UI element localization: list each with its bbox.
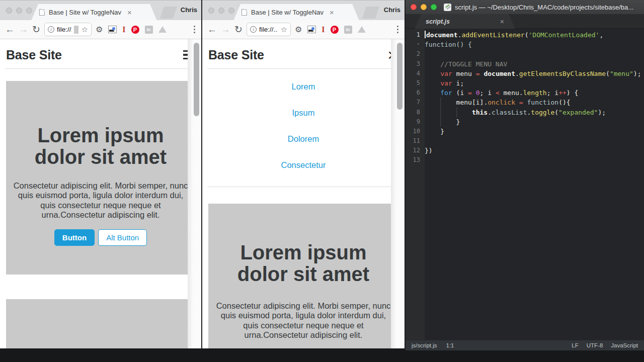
new-tab-button[interactable]: [362, 7, 379, 19]
browser-menu-icon[interactable]: [396, 25, 400, 35]
line-number[interactable]: 5: [406, 78, 425, 88]
address-bar[interactable]: i file:///U ☆: [44, 23, 92, 36]
ext-ibeam-icon[interactable]: I: [122, 25, 125, 34]
code-text: [425, 136, 644, 146]
divider: [5, 68, 196, 69]
zoom-window-button[interactable]: [26, 8, 32, 14]
page-header: Base Site ×: [202, 39, 405, 68]
status-file-path: js/script.js: [412, 342, 437, 348]
back-icon[interactable]: ←: [207, 25, 217, 34]
bookmark-star-icon[interactable]: ☆: [280, 25, 287, 34]
tab-close-icon[interactable]: ×: [127, 9, 132, 16]
extensions: ⚙IPIn: [96, 25, 167, 34]
scrollbar-track[interactable]: [391, 39, 405, 348]
hero-section: Lorem ipsumdolor sit amet Consectetur ad…: [6, 81, 195, 275]
line-number[interactable]: 12: [406, 146, 425, 155]
editor-tab-label: script.js: [426, 18, 450, 25]
hero-section: Lorem ipsumdolor sit amet Consectetur ad…: [208, 204, 398, 348]
minimize-window-button[interactable]: [421, 4, 427, 10]
status-item[interactable]: UTF-8: [587, 342, 603, 348]
browser-toolbar: ← → ↻ i file://... ☆ ⚙IPIn: [202, 20, 405, 39]
page-info-icon[interactable]: i: [250, 26, 257, 33]
ext-ibeam-icon[interactable]: I: [321, 25, 325, 34]
browser-tab[interactable]: Base | Site w/ ToggleNav ×: [233, 4, 359, 21]
scrollbar-track[interactable]: [188, 39, 201, 348]
browser-menu-icon[interactable]: [193, 25, 197, 35]
code-text: function() {: [425, 40, 644, 49]
nav-link-lorem[interactable]: Lorem: [202, 82, 405, 92]
line-number[interactable]: 13: [406, 155, 425, 165]
minimize-window-button[interactable]: [218, 8, 224, 14]
code-line: 7menu[i].onclick = function(){: [406, 98, 644, 107]
code-line: 6for (i = 0; i < menu.length; i++) {: [406, 88, 644, 98]
back-icon[interactable]: ←: [5, 25, 15, 34]
line-number[interactable]: 7: [406, 98, 425, 107]
new-tab-button[interactable]: [160, 7, 177, 19]
minimize-window-button[interactable]: [16, 8, 22, 14]
ext-drive-icon[interactable]: [358, 26, 366, 33]
ext-linkedin-icon[interactable]: In: [145, 26, 153, 34]
editor-window-title: script.js — ~/Desktop/Chris_MAC/code/pro…: [455, 4, 633, 11]
bookmark-star-icon[interactable]: ☆: [81, 25, 88, 34]
line-number[interactable]: 6: [406, 88, 425, 98]
ext-screenshot-icon[interactable]: [307, 26, 316, 33]
code-text: [425, 155, 644, 165]
reload-icon[interactable]: ↻: [32, 25, 40, 34]
ext-pinterest-icon[interactable]: P: [131, 26, 139, 34]
code-text: for (i = 0; i < menu.length; i++) {: [425, 88, 644, 98]
line-number[interactable]: 9: [406, 117, 425, 127]
wrap-indicator[interactable]: •: [406, 40, 425, 49]
page-icon: [39, 9, 45, 16]
status-item[interactable]: JavaScript: [611, 342, 638, 348]
line-number[interactable]: 8: [406, 108, 425, 117]
nav-link-dolorem[interactable]: Dolorem: [202, 134, 405, 144]
code-line: 11: [406, 136, 644, 146]
code-line: 3//TOGGLE MENU NAV: [406, 59, 644, 69]
line-number[interactable]: 4: [406, 69, 425, 78]
line-number[interactable]: 3: [406, 59, 425, 69]
reload-icon[interactable]: ↻: [234, 25, 243, 34]
status-item[interactable]: LF: [572, 342, 578, 348]
primary-button[interactable]: Button: [54, 229, 95, 246]
window-controls: [208, 8, 234, 14]
close-window-button[interactable]: [6, 8, 12, 14]
code-line: 10}: [406, 127, 644, 136]
file-proxy-icon: [444, 4, 451, 11]
code-area[interactable]: 1document.addEventListener('DOMContentLo…: [406, 29, 644, 340]
ext-pinterest-icon[interactable]: P: [331, 26, 339, 34]
page-content: Base Site × LoremIpsumDoloremConsectetur…: [202, 39, 405, 348]
nav-link-ipsum[interactable]: Ipsum: [202, 108, 405, 118]
code-text: }: [425, 117, 644, 127]
line-number[interactable]: 1: [406, 30, 425, 40]
nav-link-consectetur[interactable]: Consectetur: [202, 160, 405, 170]
tab-close-icon[interactable]: ×: [330, 9, 334, 16]
alt-button[interactable]: Alt Button: [98, 229, 147, 246]
browser-tab[interactable]: Base | Site w/ ToggleNav ×: [31, 4, 157, 21]
close-window-button[interactable]: [208, 8, 214, 14]
scrollbar-thumb[interactable]: [194, 43, 199, 116]
editor-tab-close-icon[interactable]: ×: [500, 18, 504, 25]
code-text: var i;: [425, 78, 644, 88]
editor-tab[interactable]: script.js ×: [415, 14, 515, 29]
ext-drive-icon[interactable]: [158, 26, 167, 33]
editor-tab-bar: script.js ×: [406, 14, 644, 29]
ext-gear-icon[interactable]: ⚙: [295, 25, 302, 34]
line-number[interactable]: 11: [406, 136, 425, 146]
page-icon: [242, 9, 247, 16]
profile-name[interactable]: Chris: [181, 6, 197, 14]
zoom-window-button[interactable]: [431, 4, 437, 10]
close-window-button[interactable]: [411, 4, 417, 10]
browser-window-middle: Base | Site w/ ToggleNav × Chris ← → ↻ i…: [202, 0, 406, 348]
zoom-window-button[interactable]: [228, 8, 234, 14]
line-number[interactable]: 10: [406, 127, 425, 136]
address-bar[interactable]: i file://... ☆: [247, 23, 291, 36]
ext-gear-icon[interactable]: ⚙: [96, 25, 103, 34]
line-number[interactable]: 2: [406, 49, 425, 59]
code-text: menu[i].onclick = function(){: [425, 98, 644, 107]
hero-paragraph: Consectetur adipiscing elit. Morbi sempe…: [216, 301, 391, 340]
page-info-icon[interactable]: i: [48, 26, 54, 33]
scrollbar-thumb[interactable]: [397, 43, 403, 110]
ext-screenshot-icon[interactable]: [108, 26, 117, 33]
ext-linkedin-icon[interactable]: In: [344, 26, 352, 34]
profile-name[interactable]: Chris: [384, 6, 400, 14]
